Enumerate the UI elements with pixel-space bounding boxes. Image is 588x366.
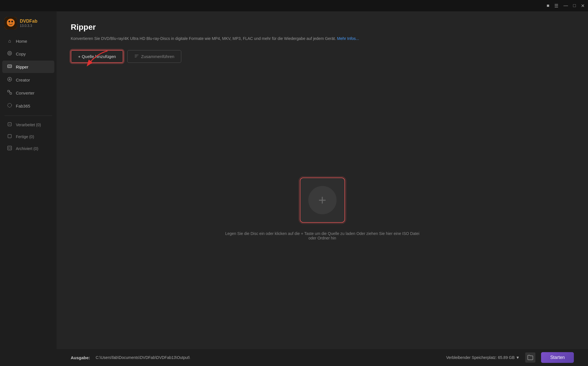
sidebar-item-label-verarbeitet: Verarbeitet (0) [16,123,41,127]
bottom-bar: Ausgabe: C:\Users\fab\Documents\DVDFab\D… [57,349,588,366]
merge-icon [134,54,139,59]
drop-hint: Legen Sie die Disc ein oder klicken auf … [223,231,421,240]
fertige-icon [7,134,12,140]
logo-icon [5,17,17,29]
sidebar-item-label-fab365: Fab365 [16,104,30,108]
merge-button[interactable]: Zusammenführen [127,50,182,63]
menu-icon[interactable]: ☰ [554,3,558,8]
sidebar-item-fab365[interactable]: Fab365 [2,100,54,112]
sidebar-item-verarbeitet[interactable]: Verarbeitet (0) [2,119,54,130]
main-content: Ripper Konvertieren Sie DVD/Blu-ray/4K U… [57,11,588,366]
ripper-icon [7,64,12,70]
dropdown-chevron-icon[interactable]: ▼ [516,355,520,360]
more-info-link[interactable]: Mehr Infos... [337,36,359,41]
sidebar-item-creator[interactable]: Creator [2,74,54,86]
sidebar-item-label-archiviert: Archiviert (0) [16,146,38,151]
page-title: Ripper [71,23,574,32]
svg-rect-18 [8,147,11,149]
app-logo: DVDFab 13.0.3.3 [0,14,57,35]
start-button[interactable]: Starten [541,352,574,363]
svg-point-1 [7,19,15,27]
sidebar-divider [5,115,52,116]
minimize-button[interactable]: — [563,3,568,8]
svg-rect-6 [8,65,12,68]
plus-icon: + [318,193,326,207]
drop-circle[interactable]: + [300,177,345,223]
drop-area[interactable]: + Legen Sie die Disc ein oder klicken au… [71,74,574,366]
svg-rect-7 [8,66,11,67]
svg-rect-17 [8,146,12,150]
svg-rect-16 [8,134,11,138]
fab365-icon [7,103,12,109]
sidebar-nav: ⌂ Home Copy Ripp [0,35,57,112]
sidebar: DVDFab 13.0.3.3 ⌂ Home Copy [0,11,57,366]
home-icon: ⌂ [7,38,12,44]
svg-point-5 [9,52,10,54]
storage-info: Verbleibender Speicherplatz: 65.89 GB ▼ [446,355,520,360]
creator-icon [7,77,12,83]
output-label: Ausgabe: [71,355,90,360]
app-body: DVDFab 13.0.3.3 ⌂ Home Copy [0,11,588,366]
sidebar-item-label-ripper: Ripper [16,65,28,69]
sidebar-item-label-fertige: Fertige (0) [16,134,34,139]
logo-text: DVDFab 13.0.3.3 [20,19,37,28]
sidebar-queue: Verarbeitet (0) Fertige (0) Archivier [0,119,57,154]
svg-point-3 [11,21,13,22]
sidebar-item-label-copy: Copy [16,52,26,56]
sidebar-item-archiviert[interactable]: Archiviert (0) [2,143,54,154]
drop-inner-circle: + [308,186,337,214]
sidebar-item-label-converter: Converter [16,91,35,95]
app-name: DVDFab [20,19,37,24]
archiviert-icon [7,146,12,151]
maximize-button[interactable]: □ [573,3,576,8]
svg-point-13 [8,103,12,107]
sidebar-item-ripper[interactable]: Ripper [2,61,54,73]
sidebar-item-converter[interactable]: Converter [2,87,54,99]
svg-point-4 [8,51,12,55]
sidebar-item-fertige[interactable]: Fertige (0) [2,131,54,142]
sidebar-item-label-home: Home [16,39,27,44]
output-path: C:\Users\fab\Documents\DVDFab\DVDFab13\O… [96,355,440,360]
page-description: Konvertieren Sie DVD/Blu-ray/4K Ultra HD… [71,36,574,42]
close-button[interactable]: ✕ [581,3,585,8]
svg-point-2 [8,21,10,22]
converter-icon [7,90,12,96]
titlebar: ■ ☰ — □ ✕ [0,0,588,11]
widget-icon[interactable]: ■ [547,3,550,8]
copy-icon [7,51,12,57]
svg-rect-11 [8,90,9,92]
folder-button[interactable] [525,352,535,363]
sidebar-item-label-creator: Creator [16,78,30,82]
sidebar-item-copy[interactable]: Copy [2,48,54,60]
verarbeitet-icon [7,122,12,128]
add-source-button[interactable]: + Quelle hinzufügen [71,50,123,63]
sidebar-item-home[interactable]: ⌂ Home [2,35,54,47]
toolbar: + Quelle hinzufügen Zusammenführen [71,50,574,63]
app-version: 13.0.3.3 [20,24,37,28]
